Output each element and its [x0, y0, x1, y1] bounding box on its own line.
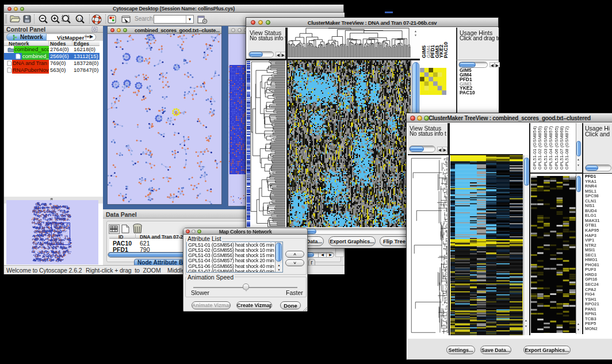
svg-text:1:1: 1:1: [77, 17, 82, 21]
